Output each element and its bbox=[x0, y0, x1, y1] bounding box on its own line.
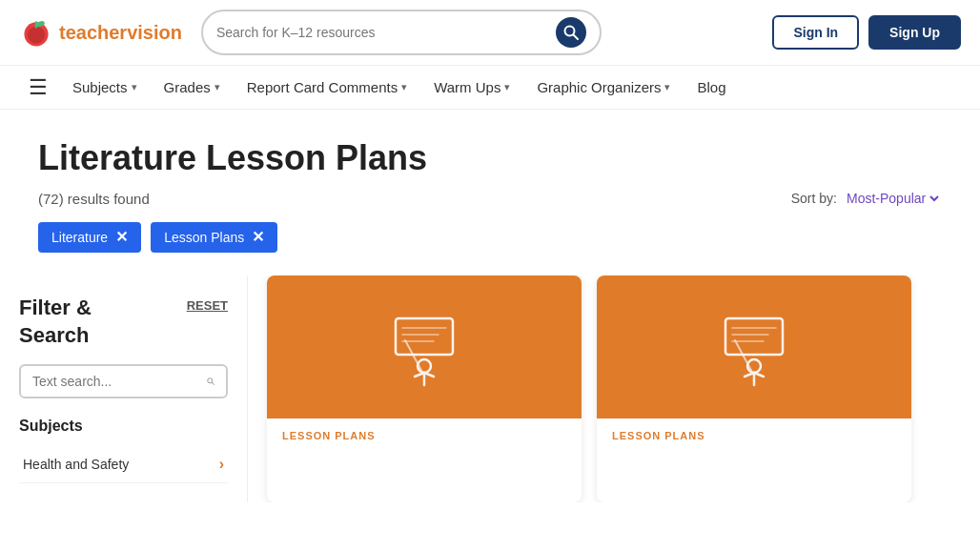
text-search-input[interactable] bbox=[32, 374, 199, 389]
lesson-plan-card-2[interactable]: LESSON PLANS bbox=[597, 276, 911, 502]
svg-line-21 bbox=[754, 373, 764, 377]
logo-link[interactable]: teachervision bbox=[19, 15, 182, 50]
svg-line-22 bbox=[735, 340, 754, 376]
nav-warm-ups[interactable]: Warm Ups ▾ bbox=[422, 66, 521, 109]
sign-in-button[interactable]: Sign In bbox=[772, 15, 859, 50]
logo-text: teachervision bbox=[59, 22, 182, 44]
main-nav: ☰ Subjects ▾ Grades ▾ Report Card Commen… bbox=[0, 66, 980, 110]
results-info: (72) results found Sort by: Most-Popular bbox=[38, 190, 942, 207]
teacher-at-board-icon-2 bbox=[711, 304, 797, 390]
sidebar-subject-health-safety[interactable]: Health and Safety › bbox=[19, 446, 228, 483]
chevron-down-icon: ▾ bbox=[214, 81, 220, 93]
site-header: teachervision Sign In Sign Up bbox=[0, 0, 980, 66]
sort-area: Sort by: Most-Popular bbox=[791, 190, 942, 207]
sidebar-header: Filter & Search RESET bbox=[19, 295, 228, 349]
card-badge-1: LESSON PLANS bbox=[267, 418, 582, 447]
text-search-box bbox=[19, 364, 228, 398]
cards-area: LESSON PLANS LESSON PLANS bbox=[248, 276, 980, 502]
sort-label: Sort by: bbox=[791, 191, 837, 206]
filter-tags: Literature ✕ Lesson Plans ✕ bbox=[38, 222, 942, 253]
sign-up-button[interactable]: Sign Up bbox=[868, 15, 961, 50]
search-icon bbox=[207, 374, 214, 389]
chevron-down-icon: ▾ bbox=[664, 81, 670, 93]
arrow-right-icon: › bbox=[219, 456, 224, 473]
search-button[interactable] bbox=[556, 17, 586, 48]
nav-subjects[interactable]: Subjects ▾ bbox=[61, 66, 149, 109]
nav-blog[interactable]: Blog bbox=[685, 66, 737, 109]
logo-apple-icon bbox=[19, 15, 53, 50]
remove-lesson-plans-filter-icon[interactable]: ✕ bbox=[252, 230, 264, 245]
chevron-down-icon: ▾ bbox=[132, 81, 137, 93]
filter-tag-literature[interactable]: Literature ✕ bbox=[38, 222, 141, 253]
svg-line-13 bbox=[405, 340, 424, 376]
hamburger-menu-button[interactable]: ☰ bbox=[19, 68, 57, 108]
page-header: Literature Lesson Plans (72) results fou… bbox=[0, 110, 980, 253]
chevron-down-icon: ▾ bbox=[504, 81, 510, 93]
search-input[interactable] bbox=[216, 25, 548, 40]
filter-sidebar: Filter & Search RESET Subjects Health an… bbox=[0, 276, 248, 502]
teacher-at-board-icon bbox=[381, 304, 467, 390]
remove-literature-filter-icon[interactable]: ✕ bbox=[115, 230, 128, 245]
svg-line-7 bbox=[212, 382, 214, 384]
nav-graphic-organizers[interactable]: Graphic Organizers ▾ bbox=[525, 66, 682, 109]
sort-select[interactable]: Most-Popular bbox=[843, 190, 942, 207]
results-count: (72) results found bbox=[38, 191, 150, 207]
card-badge-2: LESSON PLANS bbox=[597, 418, 911, 447]
bottom-section: Filter & Search RESET Subjects Health an… bbox=[0, 276, 980, 502]
svg-point-1 bbox=[28, 27, 45, 44]
card-image-1 bbox=[267, 276, 582, 418]
lesson-plan-card-1[interactable]: LESSON PLANS bbox=[267, 276, 582, 502]
search-bar bbox=[201, 10, 602, 55]
filter-search-title: Filter & Search bbox=[19, 295, 92, 349]
filter-tag-lesson-plans[interactable]: Lesson Plans ✕ bbox=[151, 222, 277, 253]
svg-rect-17 bbox=[725, 318, 783, 355]
svg-rect-8 bbox=[396, 318, 453, 355]
svg-line-12 bbox=[424, 373, 434, 377]
nav-grades[interactable]: Grades ▾ bbox=[153, 66, 232, 109]
search-icon bbox=[563, 25, 579, 40]
card-image-2 bbox=[597, 276, 911, 418]
page-title: Literature Lesson Plans bbox=[38, 138, 942, 178]
nav-report-card-comments[interactable]: Report Card Comments ▾ bbox=[235, 66, 419, 109]
auth-buttons: Sign In Sign Up bbox=[772, 15, 961, 50]
subjects-title: Subjects bbox=[19, 418, 228, 435]
reset-button[interactable]: RESET bbox=[187, 298, 228, 313]
svg-line-5 bbox=[573, 35, 578, 40]
chevron-down-icon: ▾ bbox=[401, 81, 407, 93]
